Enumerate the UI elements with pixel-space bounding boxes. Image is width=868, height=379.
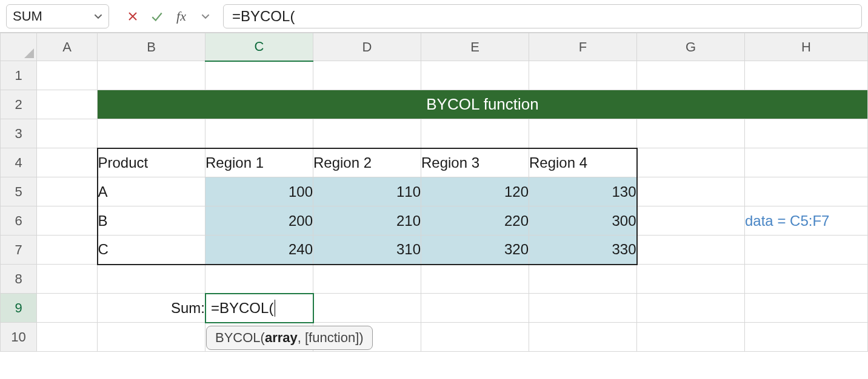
cell-A5[interactable] [37, 177, 98, 206]
cell-A9[interactable] [37, 294, 98, 323]
cell-A4[interactable] [37, 148, 98, 177]
cell-D4[interactable]: Region 2 [313, 148, 421, 177]
cell-A7[interactable] [37, 236, 98, 265]
function-tooltip[interactable]: BYCOL(array, [function]) [206, 326, 373, 350]
cell-E8[interactable] [421, 265, 529, 294]
cell-B10[interactable] [98, 323, 205, 352]
cell-C3[interactable] [205, 119, 313, 148]
select-all-corner[interactable] [1, 33, 37, 61]
cell-E9[interactable] [421, 294, 529, 323]
cell-H8[interactable] [745, 265, 868, 294]
active-cell-editor[interactable]: =BYCOL( [205, 293, 314, 323]
cell-D8[interactable] [313, 265, 421, 294]
cell-B4[interactable]: Product [98, 148, 205, 177]
cell-F8[interactable] [529, 265, 637, 294]
row-head-7[interactable]: 7 [1, 236, 37, 265]
cell-H7[interactable] [745, 236, 868, 265]
banner-cell[interactable]: BYCOL function [98, 90, 868, 119]
col-head-G[interactable]: G [637, 33, 745, 61]
cell-F1[interactable] [529, 61, 637, 90]
row-head-8[interactable]: 8 [1, 265, 37, 294]
cell-G5[interactable] [637, 177, 745, 206]
cell-B9[interactable]: Sum: [98, 294, 205, 323]
cell-G10[interactable] [637, 323, 745, 352]
cell-F4[interactable]: Region 4 [529, 148, 637, 177]
cell-F9[interactable] [529, 294, 637, 323]
cell-G8[interactable] [637, 265, 745, 294]
cell-E7[interactable]: 320 [421, 236, 529, 265]
cell-D6[interactable]: 210 [313, 206, 421, 236]
cell-F10[interactable] [529, 323, 637, 352]
row-head-3[interactable]: 3 [1, 119, 37, 148]
spreadsheet-grid[interactable]: A B C D E F G H 1 2 BYCOL function 3 4 [0, 33, 868, 352]
cell-A10[interactable] [37, 323, 98, 352]
row-head-5[interactable]: 5 [1, 177, 37, 206]
cell-E1[interactable] [421, 61, 529, 90]
cell-E6[interactable]: 220 [421, 206, 529, 236]
cell-C5[interactable]: 100 [205, 177, 313, 206]
cell-H4[interactable] [745, 148, 868, 177]
cell-E4[interactable]: Region 3 [421, 148, 529, 177]
cell-E5[interactable]: 120 [421, 177, 529, 206]
cell-A6[interactable] [37, 206, 98, 236]
row-head-1[interactable]: 1 [1, 61, 37, 90]
cell-B5[interactable]: A [98, 177, 205, 206]
cell-G9[interactable] [637, 294, 745, 323]
name-box[interactable]: SUM [6, 4, 109, 28]
chevron-down-icon[interactable] [94, 8, 102, 24]
cell-C4[interactable]: Region 1 [205, 148, 313, 177]
cell-A2[interactable] [37, 90, 98, 119]
cell-H10[interactable] [745, 323, 868, 352]
cell-D3[interactable] [313, 119, 421, 148]
cell-B7[interactable]: C [98, 236, 205, 265]
cell-A1[interactable] [37, 61, 98, 90]
row-head-10[interactable]: 10 [1, 323, 37, 352]
cell-F6[interactable]: 300 [529, 206, 637, 236]
cell-D1[interactable] [313, 61, 421, 90]
col-head-C[interactable]: C [205, 33, 313, 61]
enter-icon[interactable] [148, 7, 166, 25]
formula-input[interactable]: =BYCOL( [223, 4, 862, 28]
cell-F5[interactable]: 130 [529, 177, 637, 206]
cell-A3[interactable] [37, 119, 98, 148]
cell-E10[interactable] [421, 323, 529, 352]
cell-F7[interactable]: 330 [529, 236, 637, 265]
col-head-F[interactable]: F [529, 33, 637, 61]
cell-B1[interactable] [98, 61, 205, 90]
fx-icon[interactable]: fx [172, 7, 190, 25]
cell-G7[interactable] [637, 236, 745, 265]
cell-C1[interactable] [205, 61, 313, 90]
cell-D7[interactable]: 310 [313, 236, 421, 265]
cell-C8[interactable] [205, 265, 313, 294]
chevron-down-icon[interactable] [196, 7, 215, 25]
col-head-D[interactable]: D [313, 33, 421, 61]
cell-D5[interactable]: 110 [313, 177, 421, 206]
cell-B3[interactable] [98, 119, 205, 148]
cell-G1[interactable] [637, 61, 745, 90]
cell-G4[interactable] [637, 148, 745, 177]
cell-C6[interactable]: 200 [205, 206, 313, 236]
cell-B8[interactable] [98, 265, 205, 294]
cell-H1[interactable] [745, 61, 868, 90]
tooltip-arg-array[interactable]: array [265, 330, 298, 345]
cell-F3[interactable] [529, 119, 637, 148]
cell-H6[interactable]: data = C5:F7 [745, 206, 868, 236]
row-head-9[interactable]: 9 [1, 294, 37, 323]
cell-B6[interactable]: B [98, 206, 205, 236]
cell-G6[interactable] [637, 206, 745, 236]
row-head-6[interactable]: 6 [1, 206, 37, 236]
row-head-4[interactable]: 4 [1, 148, 37, 177]
col-head-E[interactable]: E [421, 33, 529, 61]
col-head-H[interactable]: H [745, 33, 868, 61]
cell-E3[interactable] [421, 119, 529, 148]
cell-H5[interactable] [745, 177, 868, 206]
col-head-A[interactable]: A [37, 33, 98, 61]
col-head-B[interactable]: B [98, 33, 205, 61]
cancel-icon[interactable] [124, 7, 142, 25]
row-head-2[interactable]: 2 [1, 90, 37, 119]
cell-G3[interactable] [637, 119, 745, 148]
cell-H9[interactable] [745, 294, 868, 323]
cell-A8[interactable] [37, 265, 98, 294]
cell-C7[interactable]: 240 [205, 236, 313, 265]
cell-H3[interactable] [745, 119, 868, 148]
